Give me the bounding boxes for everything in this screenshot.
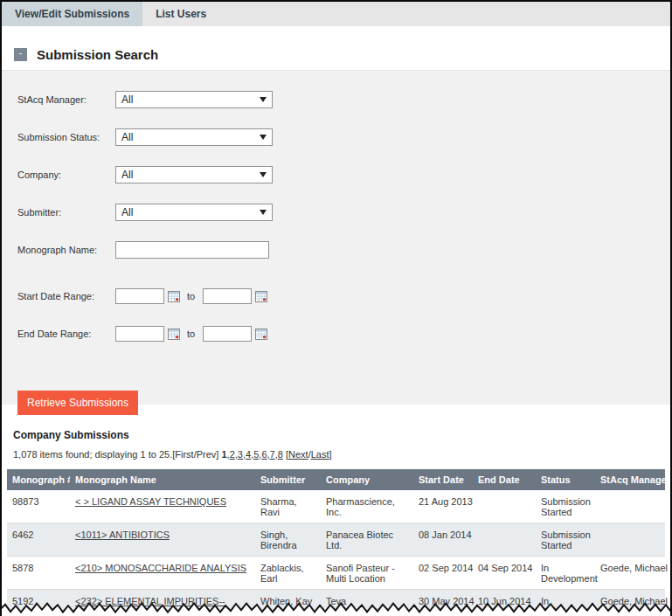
monograph-name-label: Monograph Name: [17,245,115,255]
table-row: 6462 <1011> ANTIBIOTICS Singh, Birendra … [7,523,665,557]
stacq-manager-label: StAcq Manager: [17,94,115,105]
cell-company: Sanofi Pasteur - Multi Location [321,557,413,590]
submission-status-select[interactable]: All [115,128,273,146]
col-monograph-name: Monograph Name [70,469,255,490]
end-date-from-calendar-button[interactable] [168,328,181,341]
monograph-link[interactable]: <210> MONOSACCHARIDE ANALYSIS [75,563,246,573]
cell-stacq-manager [595,490,665,523]
monograph-link[interactable]: < > LIGAND ASSAY TECHNIQUES [75,496,226,507]
stacq-manager-select-value: All [121,93,133,106]
cell-monograph-num: 5878 [7,557,70,590]
submitter-label: Submitter: [17,207,115,218]
pagination-next-link[interactable]: Next [288,449,308,460]
app-window: View/Edit Submissions List Users - Submi… [0,0,672,616]
col-submitter: Submitter [255,469,321,490]
cell-start-date: 02 Sep 2014 [413,557,473,590]
cell-monograph-name: < > LIGAND ASSAY TECHNIQUES [70,490,255,523]
chevron-down-icon [260,172,267,177]
submitter-select[interactable]: All [115,204,273,221]
cell-submitter: Zablackis, Earl [255,557,321,590]
cell-company: Pharmascience, Inc. [321,490,413,523]
page-title: Submission Search [37,47,158,62]
submitter-select-value: All [121,206,133,218]
end-date-to-input[interactable] [203,326,252,342]
col-company: Company [321,469,413,490]
cell-status: Submission Started [536,490,595,523]
stacq-manager-select[interactable]: All [115,91,273,108]
cell-monograph-name: <1011> ANTIBIOTICS [70,523,255,557]
calendar-icon [255,328,268,341]
company-select[interactable]: All [115,166,273,183]
torn-edge-decoration [0,600,672,616]
start-date-range-label: Start Date Range: [17,291,115,301]
company-label: Company: [17,170,115,180]
cell-monograph-num: 6462 [7,523,70,557]
cell-stacq-manager: Goede, Michael [595,557,665,590]
pagination-summary: 1,078 items found; displaying 1 to 25. [13,449,172,460]
end-date-from-input[interactable] [115,326,164,342]
company-select-value: All [121,169,133,181]
pagination-page-8[interactable]: 8 [278,449,283,460]
retrieve-submissions-button[interactable]: Retrieve Submissions [17,391,138,415]
pagination: 1,078 items found; displaying 1 to 25.[F… [13,449,665,460]
end-date-to-calendar-button[interactable] [255,328,268,341]
cell-end-date [473,523,536,557]
calendar-icon [168,328,181,341]
chevron-down-icon [260,135,267,140]
results-title: Company Submissions [13,429,665,441]
col-status: Status [536,469,595,490]
cell-monograph-num: 98873 [7,490,70,523]
cell-monograph-name: <210> MONOSACCHARIDE ANALYSIS [70,557,255,590]
start-date-to-calendar-button[interactable] [255,290,268,303]
submissions-table: Monograph # Monograph Name Submitter Com… [7,469,665,616]
start-date-to-label: to [187,291,195,301]
cell-end-date [473,490,536,523]
end-date-to-label: to [187,329,195,339]
start-date-from-input[interactable] [115,288,164,304]
cell-end-date: 04 Sep 2014 [473,557,536,590]
submission-status-label: Submission Status: [17,132,115,142]
monograph-name-input[interactable] [115,241,269,259]
calendar-icon [255,290,268,303]
chevron-down-icon [260,210,267,215]
pagination-first-prev: [First/Prev] [172,449,218,460]
cell-company: Panacea Biotec Ltd. [321,523,413,557]
company-submissions-section: Company Submissions 1,078 items found; d… [2,429,670,616]
col-start-date: Start Date [413,469,473,490]
chevron-down-icon [260,97,267,102]
pagination-last-link[interactable]: Last [311,449,329,460]
collapse-icon[interactable]: - [14,48,27,61]
col-end-date: End Date [473,469,536,490]
col-monograph-num: Monograph # [7,469,70,490]
cell-status: In Development [536,557,595,590]
cell-submitter: Singh, Birendra [255,523,321,557]
cell-status: Submission Started [536,523,595,557]
col-stacq-manager: StAcq Manager [595,469,665,490]
submission-status-select-value: All [121,131,133,143]
tab-list-users[interactable]: List Users [142,2,219,26]
submission-search-header: - Submission Search [14,48,670,61]
table-header-row: Monograph # Monograph Name Submitter Com… [7,469,665,490]
cell-submitter: Sharma, Ravi [255,490,321,523]
end-date-range-label: End Date Range: [17,329,115,339]
cell-stacq-manager [595,523,665,557]
tab-bar: View/Edit Submissions List Users [2,2,670,26]
table-row: 5878 <210> MONOSACCHARIDE ANALYSIS Zabla… [7,557,665,590]
calendar-icon [168,290,181,303]
start-date-from-calendar-button[interactable] [168,290,181,303]
start-date-to-input[interactable] [203,288,252,304]
cell-start-date: 21 Aug 2013 [413,490,473,523]
tab-view-edit-submissions[interactable]: View/Edit Submissions [2,2,142,26]
table-row: 98873 < > LIGAND ASSAY TECHNIQUES Sharma… [7,490,665,523]
search-form-panel: StAcq Manager: All Submission Status: Al… [2,70,670,405]
monograph-link[interactable]: <1011> ANTIBIOTICS [75,529,170,540]
cell-start-date: 08 Jan 2014 [413,523,473,557]
